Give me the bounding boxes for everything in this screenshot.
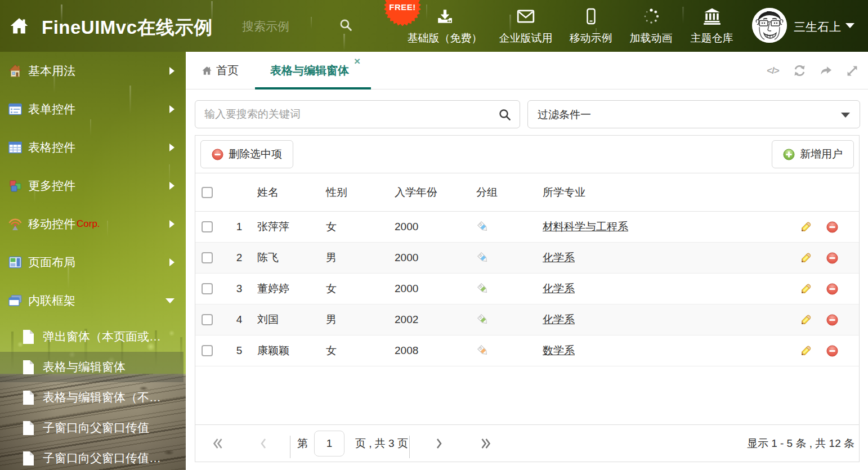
pager-divider [409,425,410,462]
sidebar-submenu: 弹出窗体（本页面或… 表格与编辑窗体 表格与编辑窗体（不… 子窗口向父窗口传值 [0,321,186,470]
nav-mobile-demo-label: 移动示例 [569,31,612,46]
sidebar-item-mobile-controls[interactable]: 移动控件 Corp. [0,205,186,243]
edit-pencil-icon[interactable] [800,283,812,295]
delete-row-icon[interactable] [826,283,838,295]
column-header-major[interactable]: 所学专业 [538,185,786,200]
delete-row-icon[interactable] [826,314,838,326]
share-icon[interactable] [819,64,833,78]
last-page-button[interactable] [480,425,491,462]
sidebar-item-basic-usage[interactable]: 基本用法 [0,52,186,90]
nav-enterprise-trial[interactable]: 企业版试用 [499,6,553,46]
row-checkbox[interactable] [202,314,213,325]
icon-graphic [8,293,23,308]
app-home-icon[interactable] [9,16,29,36]
major-link[interactable]: 化学系 [543,314,575,325]
major-link[interactable]: 化学系 [543,252,575,263]
sidebar-subitem-child-to-parent-2[interactable]: 子窗口向父窗口传值… [0,443,186,470]
sidebar-subitem-grid-edit-window[interactable]: 表格与编辑窗体 [0,352,186,382]
edit-pencil-icon[interactable] [800,314,812,326]
sidebar-item-more-controls[interactable]: 更多控件 [0,167,186,205]
column-header-group[interactable]: 分组 [473,185,538,200]
sidebar-item-page-layout[interactable]: 页面布局 [0,243,186,281]
chevron-right-icon [169,182,175,190]
tab-close-icon[interactable]: × [354,56,360,66]
row-checkbox[interactable] [202,283,213,294]
nav-theme-store[interactable]: 主题仓库 [690,6,733,46]
first-page-button[interactable] [212,425,223,462]
table-header-row: 姓名 性别 入学年份 分组 所学专业 [195,173,859,212]
major-link[interactable]: 材料科学与工程系 [543,221,628,232]
cell-group [473,282,538,296]
row-index: 2 [226,252,253,264]
row-checkbox[interactable] [202,221,213,232]
chevron-down-icon [165,298,175,303]
icon-graphic [820,64,833,77]
tab-grid-edit-window[interactable]: 表格与编辑窗体 [270,52,349,89]
cell-group [473,344,538,357]
sidebar-item-label: 表单控件 [28,101,75,117]
main-content: 首页 表格与编辑窗体 × </> 过滤条件一 [186,52,868,470]
tab-home[interactable]: 首页 [202,52,239,89]
column-header-year[interactable]: 入学年份 [390,185,473,200]
page-label-suffix: 页 , 共 3 页 [355,425,408,462]
sidebar-subitem-child-to-parent[interactable]: 子窗口向父窗口传值 [0,413,186,443]
row-checkbox[interactable] [202,345,213,356]
cell-major: 化学系 [538,250,786,265]
icon-graphic [846,65,858,77]
next-page-button[interactable] [436,425,443,462]
sidebar-subitem-grid-edit-window-2[interactable]: 表格与编辑窗体（不… [0,382,186,413]
major-link[interactable]: 数学系 [543,344,575,356]
app-title: FineUIMvc在线示例 [42,15,213,41]
username[interactable]: 三生石上 [794,19,841,35]
refresh-icon[interactable] [793,64,806,78]
plus-circle-icon [783,149,795,160]
user-menu-caret-icon[interactable] [845,23,854,28]
page-label-prefix: 第 [297,425,308,462]
edit-pencil-icon[interactable] [800,345,812,357]
keyword-search-input[interactable] [195,101,520,128]
sidebar-item-table-controls[interactable]: 表格控件 [0,128,186,167]
nav-mobile-demo[interactable]: 移动示例 [569,6,612,46]
page-number-input[interactable] [314,431,344,456]
select-all-checkbox[interactable] [202,187,213,198]
header-search-icon[interactable] [339,18,353,32]
icon-graphic [752,8,787,43]
prev-page-button[interactable] [259,425,267,462]
sidebar: 基本用法 表单控件 表格控件 更多控件 [0,52,186,470]
add-user-button[interactable]: 新增用户 [772,140,854,168]
active-tab-underline [255,87,371,89]
edit-pencil-icon[interactable] [800,221,812,233]
nav-basic-edition[interactable]: 基础版（免费） [406,6,483,46]
edit-pencil-icon[interactable] [800,252,812,264]
row-index: 3 [226,283,253,295]
source-code-icon[interactable]: </> [766,64,780,78]
delete-row-icon[interactable] [826,345,838,357]
delete-selected-button[interactable]: 删除选中项 [200,140,293,168]
delete-row-icon[interactable] [826,221,838,233]
header-search-input[interactable]: 搜索示例 [242,19,289,34]
cell-group [473,313,538,326]
cell-name: 张萍萍 [253,220,321,234]
icon-graphic [23,330,34,344]
cell-gender: 男 [321,250,390,265]
row-checkbox[interactable] [202,252,213,263]
delete-row-icon[interactable] [826,252,838,264]
column-header-gender[interactable]: 性别 [321,185,390,200]
sidebar-item-label: 内联框架 [28,293,75,308]
sidebar-item-form-controls[interactable]: 表单控件 [0,90,186,128]
cell-checkbox [195,187,226,198]
column-header-name[interactable]: 姓名 [253,185,321,200]
user-avatar[interactable] [752,8,787,43]
expand-icon[interactable] [845,64,859,78]
filter-dropdown[interactable]: 过滤条件一 [527,100,860,128]
sidebar-item-inline-frame[interactable]: 内联框架 [0,281,186,320]
cell-gender: 女 [321,281,390,296]
major-link[interactable]: 化学系 [543,283,575,294]
icon-graphic [23,421,34,435]
file-icon [23,360,34,374]
app-header: FineUIMvc在线示例 搜索示例 FREE! 基础版（免费） 企业版试用 移… [0,0,868,52]
pager-divider [290,425,290,462]
nav-loading-animation[interactable]: 加载动画 [629,6,673,46]
sidebar-subitem-popup-window[interactable]: 弹出窗体（本页面或… [0,321,186,352]
search-icon[interactable] [498,108,512,122]
